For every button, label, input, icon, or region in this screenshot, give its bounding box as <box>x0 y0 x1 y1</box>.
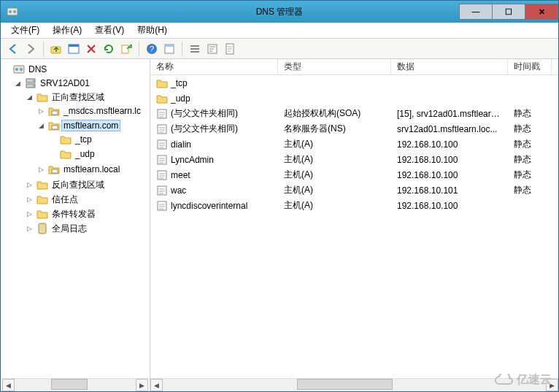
collapse-icon[interactable]: ◢ <box>14 80 22 88</box>
filter-icon <box>207 43 218 55</box>
record-type: 名称服务器(NS) <box>278 123 391 135</box>
collapse-icon[interactable]: ◢ <box>37 122 45 130</box>
record-name: (与父文件夹相同) <box>171 107 238 120</box>
expand-icon[interactable]: ▷ <box>26 210 34 218</box>
export-button[interactable] <box>118 41 134 57</box>
tree-sub-tcp[interactable]: ▶ _tcp <box>49 133 148 146</box>
table-row[interactable]: (与父文件夹相同)名称服务器(NS)srv12ad01.msftlearn.lo… <box>150 121 558 137</box>
folder-icon <box>36 91 48 103</box>
tree-label: _udp <box>73 148 97 160</box>
up-button[interactable] <box>48 41 64 57</box>
doc-button[interactable] <box>222 41 238 57</box>
folder-up-icon <box>50 43 62 55</box>
tree-label: 反向查找区域 <box>50 178 107 192</box>
table-row[interactable]: LyncAdmin主机(A)192.168.10.100静态 <box>150 152 558 167</box>
record-icon <box>156 139 168 150</box>
expand-icon[interactable]: ▷ <box>37 166 45 174</box>
folder-icon <box>156 77 168 89</box>
help-icon <box>146 43 158 55</box>
record-timestamp: 静态 <box>508 169 552 181</box>
record-icon <box>156 123 168 135</box>
help-button[interactable] <box>144 41 160 57</box>
minimize-button[interactable]: — <box>459 4 493 20</box>
properties-button[interactable] <box>161 41 177 57</box>
record-icon <box>156 200 168 212</box>
scroll-left-button[interactable]: ◀ <box>150 379 163 391</box>
table-row[interactable]: dialin主机(A)192.168.10.100静态 <box>150 137 558 152</box>
record-timestamp: 静态 <box>508 184 552 196</box>
tree-global-log[interactable]: ▷ 全局日志 <box>26 222 148 235</box>
refresh-icon <box>103 43 115 55</box>
forward-button[interactable] <box>23 41 39 57</box>
toolbar <box>1 39 558 59</box>
title-bar: DNS 管理器 — ☐ ✕ <box>1 1 558 23</box>
delete-icon <box>85 43 97 55</box>
table-row[interactable]: (与父文件夹相同)起始授权机构(SOA)[15], srv12ad01.msft… <box>150 106 558 121</box>
list-button[interactable] <box>187 41 203 57</box>
menu-action[interactable]: 操作(A) <box>50 23 85 38</box>
close-button[interactable]: ✕ <box>525 4 558 20</box>
tree-server[interactable]: ◢ SRV12AD01 <box>14 77 148 90</box>
tree-sub-udp[interactable]: ▶ _udp <box>49 147 148 161</box>
maximize-button[interactable]: ☐ <box>492 4 525 20</box>
tree-hscroll[interactable]: ◀ ▶ <box>2 378 148 391</box>
tree-forward-zones[interactable]: ◢ 正向查找区域 <box>26 91 148 104</box>
table-row[interactable]: lyncdiscoverinternal主机(A)192.168.10.100 <box>150 198 558 213</box>
menu-view[interactable]: 查看(V) <box>92 23 127 38</box>
back-button[interactable] <box>5 41 21 57</box>
col-header-name[interactable]: 名称 <box>150 59 278 74</box>
zone-icon <box>48 105 60 117</box>
table-row[interactable]: meet主机(A)192.168.10.100静态 <box>150 167 558 182</box>
folder-icon <box>36 208 48 220</box>
tree-label-selected: msftlearn.com <box>61 120 120 131</box>
doc-icon <box>224 43 236 55</box>
app-icon <box>7 6 18 18</box>
expand-icon[interactable]: ▷ <box>37 107 45 115</box>
folder-icon <box>156 93 168 104</box>
properties-icon <box>163 43 175 55</box>
record-name: (与父文件夹相同) <box>171 123 238 135</box>
expand-icon[interactable]: ▷ <box>26 181 34 189</box>
record-type: 主机(A) <box>278 169 391 181</box>
table-row[interactable]: _tcp <box>150 75 558 91</box>
menu-help[interactable]: 帮助(H) <box>134 23 170 38</box>
delete-button[interactable] <box>83 41 99 57</box>
list-hscroll[interactable]: ◀ ▶ <box>150 378 558 391</box>
filter-button[interactable] <box>204 41 220 57</box>
tree-zone-msdcs[interactable]: ▷ _msdcs.msftlearn.lc <box>37 104 148 118</box>
tree-zone-msftlearn-com[interactable]: ◢ msftlearn.com <box>37 119 148 132</box>
show-pane-button[interactable] <box>66 41 82 57</box>
table-row[interactable]: wac主机(A)192.168.10.101静态 <box>150 182 558 198</box>
record-name: _tcp <box>171 78 188 88</box>
table-row[interactable]: _udp <box>150 91 558 106</box>
record-icon <box>156 154 168 166</box>
col-header-timestamp[interactable]: 时间戳 <box>508 59 552 74</box>
scroll-right-button[interactable]: ▶ <box>546 379 558 391</box>
menu-file[interactable]: 文件(F) <box>8 23 42 38</box>
record-name: wac <box>171 185 186 196</box>
scroll-right-button[interactable]: ▶ <box>136 379 148 391</box>
scroll-thumb[interactable] <box>51 379 88 390</box>
record-type: 主机(A) <box>278 184 391 196</box>
expand-icon[interactable]: ▷ <box>26 196 34 204</box>
col-header-data[interactable]: 数据 <box>391 59 508 74</box>
tree-trust-points[interactable]: ▷ 信任点 <box>26 193 148 206</box>
collapse-icon[interactable]: ◢ <box>26 93 34 101</box>
zone-icon <box>48 164 60 175</box>
scroll-left-button[interactable]: ◀ <box>2 379 15 391</box>
tree-label: 信任点 <box>50 193 80 207</box>
tree-zone-msftlearn-local[interactable]: ▷ msftlearn.local <box>37 163 148 176</box>
col-header-type[interactable]: 类型 <box>278 59 391 74</box>
record-timestamp: 静态 <box>508 107 552 120</box>
scroll-thumb[interactable] <box>297 379 393 390</box>
record-timestamp: 静态 <box>508 153 552 166</box>
refresh-button[interactable] <box>101 41 117 57</box>
zone-icon <box>48 120 60 131</box>
arrow-left-icon <box>7 43 19 55</box>
menu-bar: 文件(F) 操作(A) 查看(V) 帮助(H) <box>1 23 558 39</box>
tree-root-dns[interactable]: ▶ DNS <box>2 63 148 76</box>
tree-conditional-forwarders[interactable]: ▷ 条件转发器 <box>26 207 148 220</box>
expand-icon[interactable]: ▷ <box>26 225 34 233</box>
record-data: srv12ad01.msftlearn.loc... <box>391 124 508 134</box>
tree-reverse-zones[interactable]: ▷ 反向查找区域 <box>26 178 148 191</box>
